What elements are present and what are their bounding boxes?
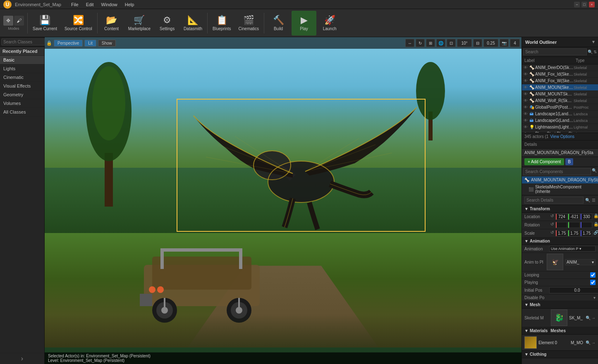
rotation-z-input[interactable] (581, 222, 592, 228)
file-menu[interactable]: File (68, 1, 82, 8)
looping-checkbox[interactable] (590, 272, 596, 278)
build-button[interactable]: 🔨 Build (266, 11, 291, 36)
svg-point-2 (92, 66, 125, 140)
component-item-dragon[interactable]: 🦴 ANIM_MOUNTAIN_DRAGON_FlySta (522, 176, 598, 183)
location-x-input[interactable] (556, 214, 567, 220)
source-control-button[interactable]: 🔀 Source Control (61, 11, 96, 36)
rotate-icon[interactable]: ↻ (416, 39, 425, 47)
camera-icon[interactable]: 📷 (500, 39, 509, 47)
close-button[interactable]: × (589, 2, 595, 7)
browse-icon[interactable]: 🔍 (586, 316, 591, 320)
launch-button[interactable]: 🚀 Launch (317, 11, 342, 36)
rotation-x-input[interactable] (556, 222, 567, 228)
maximize-button[interactable]: □ (581, 2, 587, 7)
animation-dropdown[interactable]: Use Animation P ▾ (549, 246, 596, 252)
actor-name-row: ANIM_MOUNTAIN_DRAGON_FlySta (522, 149, 598, 157)
scale-z-input[interactable] (581, 230, 592, 236)
viewport[interactable]: 🔒 Perspective Lit Show ↔ ↻ ⊞ 🌐 ⊡ 10° ⊟ 0… (45, 37, 521, 364)
location-z-input[interactable] (581, 214, 592, 220)
link-scale-icon[interactable]: 🔗 (593, 230, 598, 236)
reset-icon[interactable]: ↺ (549, 214, 555, 220)
goto-icon[interactable]: → (591, 316, 596, 320)
reset-icon[interactable]: ↺ (549, 230, 555, 236)
outliner-item[interactable]: 👁 🦴 ANIM_Fox_Id(Skeletal Skeletal (522, 71, 598, 78)
components-search-input[interactable] (523, 168, 591, 175)
snap-value[interactable]: 10° (457, 39, 472, 47)
outliner-options-icon[interactable]: ▾ (592, 39, 595, 45)
outliner-item[interactable]: 👁 🏔 Landscape1(Landsca Landsca (522, 111, 598, 117)
browse-icon[interactable]: 🔍 (586, 340, 591, 345)
clothing-section-title[interactable]: ▼ Clothing (522, 351, 598, 358)
rotation-y-input[interactable] (568, 222, 580, 228)
window-menu[interactable]: Window (98, 1, 121, 8)
components-search-row: 🔍 (522, 167, 598, 176)
initial-pos-input[interactable] (549, 287, 598, 293)
translate-icon[interactable]: ↔ (405, 39, 414, 47)
anim-to-play-value[interactable]: ANIM_ ▾ (565, 259, 596, 265)
volumes-item[interactable]: Volumes (0, 99, 44, 108)
view-options-link[interactable]: View Options (550, 134, 574, 139)
outliner-item[interactable]: 👁 🦴 ANIM_Wolf_R(Skeletal Skeletal (522, 98, 598, 104)
outliner-item[interactable]: 👁 💡 Lightmassim(Lightmal Lightmal (522, 124, 598, 131)
search-details-input[interactable] (524, 197, 584, 204)
outliner-item[interactable]: 👁 🎭 GlobalPostP(PostProc PostProc (522, 104, 598, 111)
outliner-item[interactable]: 👁 🦴 ANIM_MOUNTSkeletal Skeletal (522, 91, 598, 98)
outliner-search-input[interactable] (523, 48, 587, 55)
actor-icon: 🦴 (529, 72, 535, 76)
playing-checkbox[interactable] (590, 280, 596, 285)
location-y-input[interactable] (568, 214, 580, 220)
basic-item[interactable]: Basic (0, 56, 44, 64)
all-classes-item[interactable]: All Classes (0, 108, 44, 117)
world-icon[interactable]: 🌐 (436, 39, 445, 47)
item-type: Landsca (574, 112, 596, 116)
paint-mode-btn[interactable]: 🖌 (14, 16, 24, 26)
scale-y-input[interactable] (568, 230, 580, 236)
minimize-button[interactable]: − (574, 2, 580, 7)
grid-count[interactable]: 4 (510, 39, 520, 47)
component-item-mesh[interactable]: ⬛ SkeletalMeshComponent (Inherite (522, 183, 598, 195)
play-button[interactable]: ▶ Play (292, 11, 316, 36)
surface-snapping-icon[interactable]: ⊟ (473, 39, 482, 47)
save-current-button[interactable]: 💾 Save Current (29, 11, 60, 36)
marketplace-button[interactable]: 🛒 Marketplace (125, 11, 154, 36)
rotation-row: Rotation ↺ 🔒 (522, 221, 598, 229)
lit-button[interactable]: Lit (84, 40, 96, 47)
perspective-button[interactable]: Perspective (54, 40, 83, 47)
datasmith-button[interactable]: 📐 Datasmith (180, 11, 206, 36)
show-button[interactable]: Show (98, 40, 116, 47)
goto-icon[interactable]: → (591, 340, 596, 345)
outliner-item[interactable]: 👁 🦴 ANIM_DeerDO(Skeletal Skeletal (522, 64, 598, 71)
sort-icon[interactable]: ⇅ (593, 50, 597, 54)
scale-x-input[interactable] (556, 230, 567, 236)
mesh-section-title[interactable]: ▼ Mesh (522, 301, 598, 309)
grid-icon[interactable]: ⊡ (447, 39, 456, 47)
animation-section-title[interactable]: ▼ Animation (522, 238, 598, 245)
transform-section-title[interactable]: ▼ Transform (522, 205, 598, 213)
list-view-icon[interactable]: ☰ (592, 198, 596, 202)
lights-item[interactable]: Lights (0, 64, 44, 73)
edit-menu[interactable]: Edit (83, 1, 97, 8)
recently-placed-header[interactable]: Recently Placed (0, 47, 44, 56)
blueprints-button[interactable]: 📋 Blueprints (209, 11, 234, 36)
visual-effects-item[interactable]: Visual Effects (0, 82, 44, 90)
expand-panel-button[interactable]: › (0, 353, 44, 364)
outliner-item[interactable]: 👁 🦴 ANIM_Fox_W(Skeletal Skeletal (522, 78, 598, 84)
settings-button[interactable]: ⚙ Settings (155, 11, 179, 36)
blueprint-button[interactable]: B (565, 158, 573, 165)
outliner-item[interactable]: 👁 🏔 LandscapeG(Landsca Landsca (522, 117, 598, 124)
materials-section-title[interactable]: ▼ Materials Meshes (522, 327, 598, 335)
lock-icon[interactable]: 🔒 (593, 214, 598, 220)
cinematics-button[interactable]: 🎬 Cinematics (235, 11, 262, 36)
cinematic-item[interactable]: Cinematic (0, 73, 44, 82)
select-mode-btn[interactable]: ✥ (3, 16, 13, 26)
reset-icon[interactable]: ↺ (549, 222, 555, 228)
help-menu[interactable]: Help (122, 1, 138, 8)
scale-icon[interactable]: ⊞ (426, 39, 435, 47)
add-component-button[interactable]: + Add Component (524, 158, 564, 165)
outliner-item-selected[interactable]: 👁 🦴 ANIM_MOUN(Skeletal Skeletal (522, 84, 598, 91)
content-button[interactable]: 📂 Content (99, 11, 124, 36)
lock-icon[interactable]: 🔒 (593, 222, 598, 228)
scale-snap-value[interactable]: 0.25 (483, 39, 498, 47)
geometry-item[interactable]: Geometry (0, 90, 44, 99)
right-panel: World Outliner ▾ 🔍 ⇅ Label Type 👁 🦴 ANIM… (521, 37, 598, 364)
